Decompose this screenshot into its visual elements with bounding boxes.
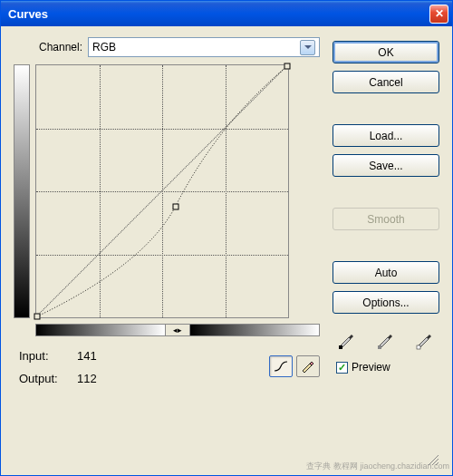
horizontal-gradient[interactable]: ◂▸ bbox=[35, 324, 320, 336]
smooth-button: Smooth bbox=[333, 208, 439, 230]
curve-tool-button[interactable] bbox=[269, 355, 293, 377]
svg-rect-2 bbox=[417, 345, 420, 349]
curve-line bbox=[36, 65, 288, 317]
pencil-tool-button[interactable] bbox=[296, 355, 320, 377]
output-value: 112 bbox=[77, 372, 97, 385]
output-label: Output: bbox=[19, 372, 70, 385]
gradient-swap-button[interactable]: ◂▸ bbox=[165, 325, 190, 335]
check-icon: ✓ bbox=[338, 362, 346, 374]
eyedropper-white-icon[interactable] bbox=[412, 328, 438, 350]
curve-point-shadow[interactable] bbox=[34, 314, 41, 320]
chevron-down-icon bbox=[304, 45, 312, 49]
channel-label: Channel: bbox=[39, 41, 82, 53]
svg-rect-0 bbox=[339, 345, 342, 349]
watermark-text: 查字典 教程网 jiaocheng.chazidian.com bbox=[306, 461, 449, 472]
close-button[interactable]: ✕ bbox=[429, 5, 448, 24]
curves-dialog: Curves ✕ Channel: RGB bbox=[0, 0, 453, 476]
titlebar[interactable]: Curves ✕ bbox=[1, 1, 452, 26]
curves-graph[interactable] bbox=[35, 64, 289, 318]
vertical-gradient bbox=[14, 64, 30, 318]
curve-point-highlight[interactable] bbox=[284, 63, 291, 70]
save-button[interactable]: Save... bbox=[333, 154, 439, 177]
dropdown-button[interactable] bbox=[300, 40, 315, 55]
ok-button[interactable]: OK bbox=[333, 41, 439, 63]
eyedropper-gray-icon[interactable] bbox=[373, 328, 399, 350]
pencil-icon bbox=[301, 360, 315, 373]
eyedropper-black-icon[interactable] bbox=[334, 328, 360, 350]
close-icon: ✕ bbox=[435, 7, 444, 20]
window-title: Curves bbox=[8, 7, 429, 21]
curve-icon bbox=[274, 360, 288, 373]
options-button[interactable]: Options... bbox=[333, 291, 439, 314]
load-button[interactable]: Load... bbox=[333, 124, 439, 147]
channel-select[interactable]: RGB bbox=[88, 37, 320, 57]
auto-button[interactable]: Auto bbox=[333, 261, 439, 284]
preview-label: Preview bbox=[352, 361, 390, 374]
svg-rect-1 bbox=[378, 345, 381, 349]
input-value: 141 bbox=[77, 349, 97, 363]
cancel-button[interactable]: Cancel bbox=[333, 71, 439, 93]
channel-select-value: RGB bbox=[92, 41, 300, 53]
input-label: Input: bbox=[19, 349, 70, 363]
curve-point-mid[interactable] bbox=[173, 204, 179, 210]
preview-checkbox[interactable]: ✓ bbox=[336, 362, 348, 374]
